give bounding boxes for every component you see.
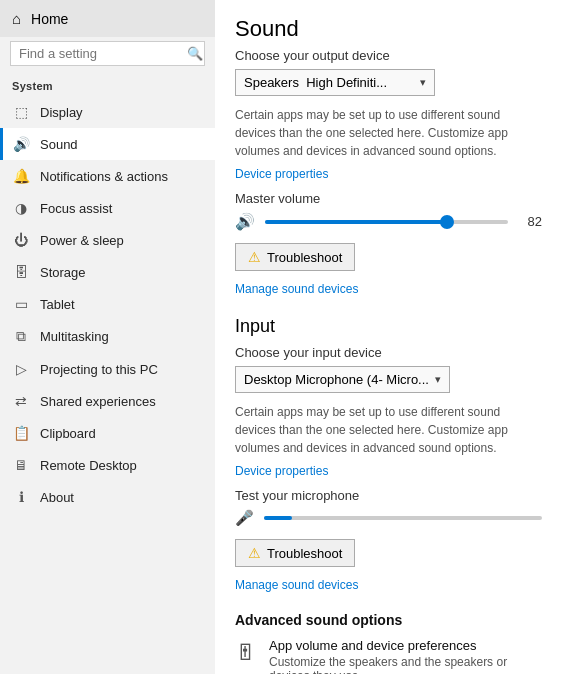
volume-fill bbox=[265, 220, 447, 224]
speaker-icon: 🔊 bbox=[235, 212, 255, 231]
system-section-label: System bbox=[0, 74, 215, 96]
sidebar-item-about[interactable]: ℹ About bbox=[0, 481, 215, 513]
input-label: Choose your input device bbox=[235, 345, 542, 360]
output-device-properties-link[interactable]: Device properties bbox=[235, 167, 328, 181]
output-troubleshoot-label: Troubleshoot bbox=[267, 250, 342, 265]
sidebar-item-clipboard[interactable]: 📋 Clipboard bbox=[0, 417, 215, 449]
output-device-name: Speakers High Definiti... bbox=[244, 75, 414, 90]
power-icon: ⏻ bbox=[12, 232, 30, 248]
volume-thumb[interactable] bbox=[440, 215, 454, 229]
mic-row: 🎤 bbox=[235, 509, 542, 527]
about-icon: ℹ bbox=[12, 489, 30, 505]
warning-icon: ⚠ bbox=[248, 249, 261, 265]
sidebar-item-label: Remote Desktop bbox=[40, 458, 137, 473]
sidebar-item-tablet[interactable]: ▭ Tablet bbox=[0, 288, 215, 320]
output-section: Choose your output device Speakers High … bbox=[235, 48, 542, 312]
sidebar-item-label: Focus assist bbox=[40, 201, 112, 216]
input-section-title: Input bbox=[235, 316, 542, 337]
page-title: Sound bbox=[235, 16, 542, 42]
sound-icon: 🔊 bbox=[12, 136, 30, 152]
mic-level-track bbox=[264, 516, 542, 520]
sidebar-item-label: Sound bbox=[40, 137, 78, 152]
sidebar-item-focus[interactable]: ◑ Focus assist bbox=[0, 192, 215, 224]
sidebar-item-projecting[interactable]: ▷ Projecting to this PC bbox=[0, 353, 215, 385]
main-content: Sound Choose your output device Speakers… bbox=[215, 0, 562, 674]
mic-level-fill bbox=[264, 516, 292, 520]
volume-row: 🔊 82 bbox=[235, 212, 542, 231]
home-label: Home bbox=[31, 11, 68, 27]
input-warning-icon: ⚠ bbox=[248, 545, 261, 561]
advanced-title: Advanced sound options bbox=[235, 612, 542, 628]
projecting-icon: ▷ bbox=[12, 361, 30, 377]
volume-label: Master volume bbox=[235, 191, 542, 206]
sidebar-item-remote[interactable]: 🖥 Remote Desktop bbox=[0, 449, 215, 481]
input-manage-link[interactable]: Manage sound devices bbox=[235, 578, 358, 592]
app-volume-sub: Customize the speakers and the speakers … bbox=[269, 655, 542, 674]
multitasking-icon: ⧉ bbox=[12, 328, 30, 345]
app-volume-icon: 🎚 bbox=[235, 640, 257, 666]
sidebar-item-display[interactable]: ⬚ Display bbox=[0, 96, 215, 128]
sidebar-item-sound[interactable]: 🔊 Sound bbox=[0, 128, 215, 160]
home-icon: ⌂ bbox=[12, 10, 21, 27]
sidebar-item-label: Power & sleep bbox=[40, 233, 124, 248]
sidebar-item-label: Multitasking bbox=[40, 329, 109, 344]
mic-test-label: Test your microphone bbox=[235, 488, 542, 503]
sidebar-item-label: Storage bbox=[40, 265, 86, 280]
microphone-icon: 🎤 bbox=[235, 509, 254, 527]
input-device-properties-link[interactable]: Device properties bbox=[235, 464, 328, 478]
sidebar-home[interactable]: ⌂ Home bbox=[0, 0, 215, 37]
notifications-icon: 🔔 bbox=[12, 168, 30, 184]
sidebar-item-label: Clipboard bbox=[40, 426, 96, 441]
advanced-section: Advanced sound options 🎚 App volume and … bbox=[235, 612, 542, 674]
sidebar-item-label: Tablet bbox=[40, 297, 75, 312]
sidebar-item-label: About bbox=[40, 490, 74, 505]
output-info-text: Certain apps may be set up to use differ… bbox=[235, 106, 542, 160]
input-device-dropdown[interactable]: Desktop Microphone (4- Micro... ▾ bbox=[235, 366, 450, 393]
output-device-dropdown[interactable]: Speakers High Definiti... ▾ bbox=[235, 69, 435, 96]
display-icon: ⬚ bbox=[12, 104, 30, 120]
sidebar: ⌂ Home 🔍 System ⬚ Display 🔊 Sound 🔔 Noti… bbox=[0, 0, 215, 674]
sidebar-item-notifications[interactable]: 🔔 Notifications & actions bbox=[0, 160, 215, 192]
output-manage-link[interactable]: Manage sound devices bbox=[235, 282, 358, 296]
input-troubleshoot-button[interactable]: ⚠ Troubleshoot bbox=[235, 539, 355, 567]
input-section: Input Choose your input device Desktop M… bbox=[235, 316, 542, 608]
tablet-icon: ▭ bbox=[12, 296, 30, 312]
input-device-name: Desktop Microphone (4- Micro... bbox=[244, 372, 429, 387]
adv-text-block: App volume and device preferences Custom… bbox=[269, 638, 542, 674]
input-dropdown-chevron-icon: ▾ bbox=[435, 373, 441, 386]
sidebar-item-label: Shared experiences bbox=[40, 394, 156, 409]
remote-icon: 🖥 bbox=[12, 457, 30, 473]
output-dropdown-row: Speakers High Definiti... ▾ bbox=[235, 69, 542, 96]
sidebar-item-multitasking[interactable]: ⧉ Multitasking bbox=[0, 320, 215, 353]
input-troubleshoot-label: Troubleshoot bbox=[267, 546, 342, 561]
sidebar-item-label: Display bbox=[40, 105, 83, 120]
search-input[interactable] bbox=[19, 46, 187, 61]
focus-icon: ◑ bbox=[12, 200, 30, 216]
output-troubleshoot-button[interactable]: ⚠ Troubleshoot bbox=[235, 243, 355, 271]
search-box[interactable]: 🔍 bbox=[10, 41, 205, 66]
input-info-text: Certain apps may be set up to use differ… bbox=[235, 403, 542, 457]
output-label: Choose your output device bbox=[235, 48, 542, 63]
sidebar-item-shared[interactable]: ⇄ Shared experiences bbox=[0, 385, 215, 417]
shared-icon: ⇄ bbox=[12, 393, 30, 409]
sidebar-item-storage[interactable]: 🗄 Storage bbox=[0, 256, 215, 288]
dropdown-chevron-icon: ▾ bbox=[420, 76, 426, 89]
advanced-app-volume-row[interactable]: 🎚 App volume and device preferences Cust… bbox=[235, 638, 542, 674]
input-dropdown-row: Desktop Microphone (4- Micro... ▾ bbox=[235, 366, 542, 393]
volume-slider[interactable] bbox=[265, 220, 508, 224]
sidebar-item-power[interactable]: ⏻ Power & sleep bbox=[0, 224, 215, 256]
clipboard-icon: 📋 bbox=[12, 425, 30, 441]
search-icon: 🔍 bbox=[187, 46, 203, 61]
sidebar-item-label: Notifications & actions bbox=[40, 169, 168, 184]
volume-value: 82 bbox=[518, 214, 542, 229]
app-volume-title: App volume and device preferences bbox=[269, 638, 542, 653]
sidebar-item-label: Projecting to this PC bbox=[40, 362, 158, 377]
storage-icon: 🗄 bbox=[12, 264, 30, 280]
